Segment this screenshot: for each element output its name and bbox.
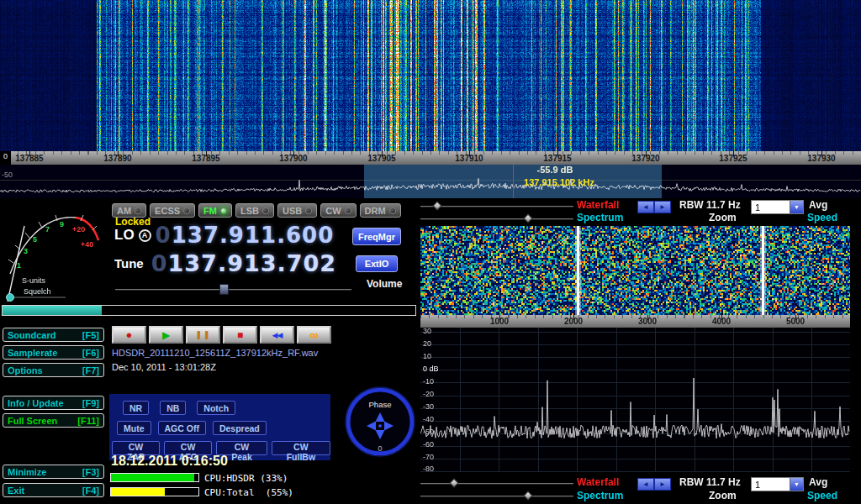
upper-shift-buttons: ◄ ► [637, 201, 671, 213]
lower-brightness-slider[interactable] [420, 479, 573, 488]
lower-spectrum-tab[interactable]: Spectrum [577, 490, 623, 501]
slider-groove [420, 218, 573, 219]
lower-shift-buttons: ◄ ► [637, 478, 671, 491]
freq-tick-label: 137920 [622, 154, 669, 163]
mode-label: FM [203, 206, 217, 216]
spectrum-axis-label: 0 dB [423, 365, 439, 373]
cpu-hdsdr-text: CPU:HDSDR (33%) [204, 473, 288, 484]
despread-button[interactable]: Despread [213, 421, 267, 435]
play-button[interactable]: ▶ [149, 326, 183, 344]
slider-handle[interactable] [523, 491, 532, 500]
minimize-button[interactable]: Minimize [F3] [3, 465, 104, 479]
dsp-row-1: NR NB Notch [123, 401, 330, 415]
marker-frequency-readout: 137.915.102 kHz [492, 177, 626, 187]
volume-slider-handle[interactable] [219, 284, 229, 295]
mode-fm-button[interactable]: FM [198, 203, 232, 218]
pause-button[interactable]: ❚❚ [186, 326, 220, 344]
smeter-units-label: S-units [22, 276, 46, 285]
upper-zoom-slider[interactable] [420, 214, 573, 223]
rewind-button[interactable]: ◀◀ [260, 326, 294, 344]
rf-frequency-scale[interactable]: 1000 2000 3000 4000 5000 [420, 315, 850, 328]
main-waterfall-display[interactable] [0, 0, 861, 151]
agc-off-button[interactable]: AGC Off [158, 421, 206, 435]
soundcard-button[interactable]: Soundcard [F5] [3, 328, 104, 342]
dsp-panel: NR NB Notch Mute AGC Off Despread CW ZAP… [109, 394, 330, 460]
phase-label: Phase [369, 400, 392, 409]
stop-icon: ■ [237, 329, 243, 341]
options-button[interactable]: Options [F7] [3, 363, 104, 377]
mode-led-icon [389, 207, 396, 214]
combo-dropdown-button[interactable]: ▼ [790, 478, 803, 491]
mode-led-icon [305, 207, 312, 214]
button-hotkey: [F4] [82, 486, 99, 496]
s-meter: 1 3 5 7 9 +20 +40 S-units Squelch [2, 200, 108, 306]
record-button[interactable]: ● [112, 326, 146, 344]
button-label: Samplerate [8, 348, 57, 358]
exit-button[interactable]: Exit [F4] [3, 483, 104, 497]
upper-spectrum-tab[interactable]: Spectrum [577, 212, 623, 223]
upper-brightness-slider[interactable] [420, 202, 573, 211]
rf-waterfall-display[interactable] [420, 226, 850, 315]
notch-button[interactable]: Notch [197, 401, 235, 415]
rf-spectrum-display[interactable] [420, 328, 850, 472]
nb-button[interactable]: NB [160, 401, 186, 415]
recording-filename: HDSDR_20111210_125611Z_137912kHz_RF.wav [112, 348, 318, 358]
lower-zoom-slider[interactable] [420, 491, 573, 501]
button-hotkey: [F11] [77, 416, 99, 426]
shift-left-button[interactable]: ◄ [637, 201, 654, 213]
playback-position-bar[interactable] [2, 305, 416, 316]
button-hotkey: [F6] [82, 348, 99, 358]
mode-ecss-button[interactable]: ECSS [150, 203, 195, 218]
extio-button[interactable]: ExtIO [356, 255, 398, 272]
cw-fullbw-button[interactable]: CW FullBw [272, 441, 330, 455]
smeter-tick: 9 [60, 220, 64, 228]
lock-icon[interactable]: A [139, 229, 151, 242]
rf-tick-label: 1000 [483, 317, 516, 326]
rf-tick-label: 3000 [631, 317, 664, 326]
info-update-button[interactable]: Info / Update [F9] [3, 396, 104, 410]
volume-slider[interactable] [115, 285, 351, 294]
rf-tick-label: 5000 [779, 317, 812, 326]
lower-waterfall-tab[interactable]: Waterfall [577, 476, 619, 488]
shift-right-button[interactable]: ► [654, 478, 671, 491]
spectrum-axis-label: 30 [423, 327, 431, 335]
stop-button[interactable]: ■ [223, 326, 257, 344]
mode-drm-button[interactable]: DRM [360, 203, 401, 218]
mode-cw-button[interactable]: CW [320, 203, 356, 218]
slider-handle[interactable] [449, 478, 458, 487]
freq-tick-label: 137895 [182, 154, 230, 163]
zoom-spectrum-display[interactable] [0, 165, 861, 198]
fullscreen-button[interactable]: Full Screen [F11] [3, 413, 104, 428]
loop-icon: ∞ [309, 328, 319, 342]
mode-label: CW [325, 206, 341, 216]
lower-avg-label: Avg [809, 476, 827, 488]
nr-button[interactable]: NR [123, 401, 149, 415]
slider-handle[interactable] [432, 201, 441, 210]
mode-lsb-button[interactable]: LSB [235, 203, 274, 218]
combo-dropdown-button[interactable]: ▼ [790, 201, 803, 213]
upper-zoom-label: Zoom [709, 212, 737, 223]
tune-frequency-display[interactable]: 0137.913.702 [151, 252, 336, 275]
button-hotkey: [F3] [82, 467, 99, 477]
slider-handle[interactable] [523, 213, 532, 223]
freq-tick-label: 137905 [358, 154, 405, 163]
mode-label: DRM [365, 206, 386, 216]
upper-rbw-label: RBW 11.7 Hz [679, 199, 741, 211]
shift-left-button[interactable]: ◄ [637, 478, 654, 491]
mute-button[interactable]: Mute [117, 421, 151, 435]
upper-waterfall-tab[interactable]: Waterfall [577, 199, 619, 211]
squelch-handle[interactable] [7, 294, 14, 302]
freqmgr-button[interactable]: FreqMgr [352, 228, 401, 245]
lower-rbw-label: RBW 11.7 Hz [679, 476, 741, 488]
frequency-scale[interactable]: 137885 137890 137895 137900 137905 13791… [0, 151, 861, 165]
loop-button[interactable]: ∞ [297, 326, 331, 344]
mode-usb-button[interactable]: USB [277, 203, 317, 218]
shift-right-button[interactable]: ► [654, 201, 671, 213]
phase-dial[interactable]: Phase 0 [341, 382, 419, 459]
mode-label: AM [117, 206, 131, 216]
samplerate-button[interactable]: Samplerate [F6] [3, 345, 104, 360]
spectrum-axis-label: -60 [423, 440, 434, 449]
lower-avg-select[interactable]: 1 ▼ [751, 477, 804, 491]
upper-avg-select[interactable]: 1 ▼ [751, 200, 804, 214]
lo-frequency-display[interactable]: 0137.911.600 [156, 224, 335, 246]
